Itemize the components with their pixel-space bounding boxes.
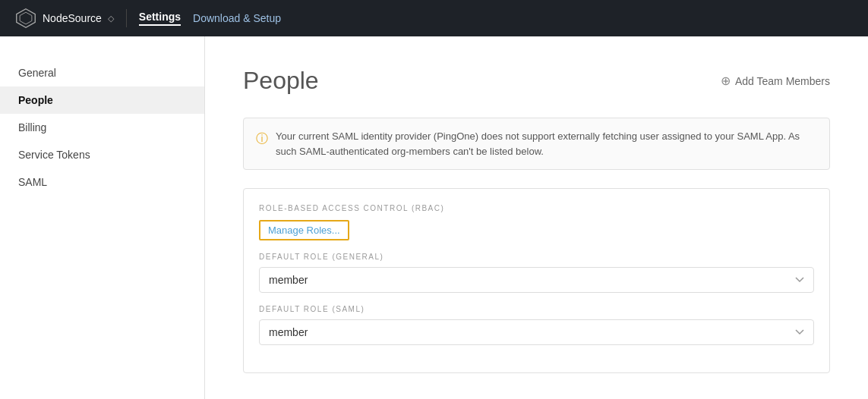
top-nav: NodeSource ◇ Settings Download & Setup bbox=[0, 0, 868, 36]
default-role-general-label: DEFAULT ROLE (GENERAL) bbox=[259, 253, 814, 261]
manage-roles-button[interactable]: Manage Roles... bbox=[259, 220, 349, 240]
main-layout: General People Billing Service Tokens SA… bbox=[0, 36, 868, 399]
main-content: People ⊕ Add Team Members ⓘ Your current… bbox=[205, 36, 868, 399]
saml-alert: ⓘ Your current SAML identity provider (P… bbox=[243, 118, 830, 170]
sidebar: General People Billing Service Tokens SA… bbox=[0, 36, 205, 399]
rbac-section: ROLE-BASED ACCESS CONTROL (RBAC) Manage … bbox=[243, 188, 830, 373]
add-team-members-button[interactable]: ⊕ Add Team Members bbox=[721, 74, 830, 88]
logo-caret: ◇ bbox=[108, 14, 114, 24]
alert-text: Your current SAML identity provider (Pin… bbox=[276, 129, 817, 159]
default-role-saml-group: DEFAULT ROLE (SAML) member bbox=[259, 305, 814, 345]
plus-circle-icon: ⊕ bbox=[721, 74, 731, 88]
svg-marker-1 bbox=[20, 12, 32, 24]
nav-divider bbox=[126, 9, 127, 27]
page-header: People ⊕ Add Team Members bbox=[243, 67, 830, 95]
nav-settings-link[interactable]: Settings bbox=[139, 11, 181, 26]
sidebar-item-people[interactable]: People bbox=[0, 86, 204, 114]
sidebar-item-service-tokens[interactable]: Service Tokens bbox=[0, 141, 204, 168]
default-role-general-wrapper: member bbox=[259, 267, 814, 293]
default-role-general-select[interactable]: member bbox=[259, 267, 814, 293]
table-row: Dr Strange Admin ✕ bbox=[243, 391, 830, 399]
user-list: Dr Strange Admin ✕ bbox=[243, 391, 830, 399]
svg-marker-0 bbox=[17, 9, 36, 28]
nav-download-link[interactable]: Download & Setup bbox=[193, 12, 281, 24]
sidebar-item-billing[interactable]: Billing bbox=[0, 114, 204, 141]
rbac-label: ROLE-BASED ACCESS CONTROL (RBAC) bbox=[259, 204, 814, 212]
sidebar-item-general[interactable]: General bbox=[0, 59, 204, 86]
sidebar-item-saml[interactable]: SAML bbox=[0, 168, 204, 196]
default-role-saml-wrapper: member bbox=[259, 319, 814, 345]
default-role-saml-select[interactable]: member bbox=[259, 319, 814, 345]
logo: NodeSource ◇ bbox=[15, 8, 114, 29]
default-role-general-group: DEFAULT ROLE (GENERAL) member bbox=[259, 253, 814, 293]
default-role-saml-label: DEFAULT ROLE (SAML) bbox=[259, 305, 814, 313]
add-team-label: Add Team Members bbox=[735, 75, 830, 87]
logo-text: NodeSource bbox=[43, 12, 102, 24]
page-title: People bbox=[243, 67, 319, 95]
info-icon: ⓘ bbox=[256, 130, 268, 148]
